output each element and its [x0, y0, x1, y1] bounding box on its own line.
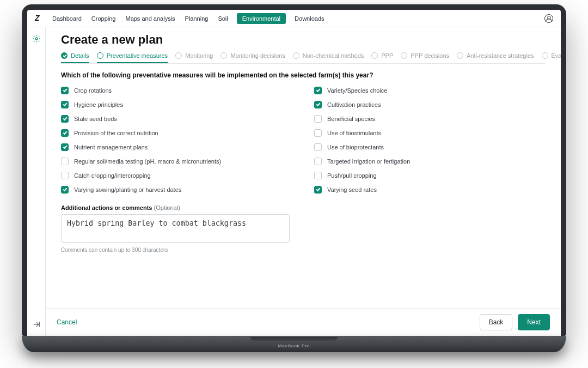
measure-label: Use of bioprotectants [327, 144, 384, 150]
app-screen: Z DashboardCroppingMaps and analysisPlan… [27, 10, 561, 336]
step-indicator-icon [220, 52, 227, 59]
app-logo-icon: Z [35, 14, 44, 23]
checkbox-icon [61, 186, 69, 194]
step-monitoring[interactable]: Monitoring [175, 52, 213, 63]
measure-label: Catch cropping/intercropping [74, 172, 151, 179]
step-label: PPP [381, 52, 393, 59]
checkbox-icon [61, 101, 69, 108]
step-label: Non-chemical methods [303, 52, 364, 59]
measure-targeted-irrigation-or-fertigation[interactable]: Targeted irrigation or fertigation [314, 158, 546, 165]
measure-variety-species-choice[interactable]: Variety/Species choice [314, 87, 546, 94]
measure-crop-rotations[interactable]: Crop rotations [61, 87, 292, 94]
measure-label: Regular soil/media testing (pH, macro & … [74, 158, 221, 165]
checkbox-icon [314, 101, 322, 108]
nav-item-cropping[interactable]: Cropping [90, 13, 117, 24]
laptop-base: MacBook Pro [22, 336, 566, 352]
back-button[interactable]: Back [480, 314, 513, 330]
measure-nutrient-management-plans[interactable]: Nutrient management plans [61, 143, 292, 151]
step-indicator-icon [293, 52, 299, 59]
step-indicator-icon [175, 52, 182, 59]
step-monitoring-decisions[interactable]: Monitoring decisions [220, 52, 285, 63]
laptop-mockup: Z DashboardCroppingMaps and analysisPlan… [22, 4, 566, 352]
measures-grid: Crop rotationsHygiene principlesStale se… [61, 87, 546, 194]
measure-label: Use of biostimulants [327, 130, 381, 136]
step-label: Details [71, 52, 89, 59]
measure-push-pull-cropping[interactable]: Push/pull cropping [314, 172, 546, 179]
collapse-rail-icon[interactable] [29, 317, 44, 331]
side-rail [27, 27, 46, 336]
step-label: Anti-resistance strategies [467, 52, 534, 59]
measure-label: Provision of the correct nutrition [74, 130, 158, 136]
checkbox-icon [61, 143, 69, 151]
checkbox-icon [314, 186, 322, 194]
measure-beneficial-species[interactable]: Beneficial species [314, 115, 546, 123]
checkbox-icon [314, 87, 322, 94]
step-label: Monitoring [185, 52, 213, 59]
nav-item-maps-and-analysis[interactable]: Maps and analysis [124, 13, 176, 24]
measure-label: Beneficial species [327, 116, 375, 122]
comments-input[interactable]: Hybrid spring Barley to combat blackgras… [61, 214, 290, 243]
comments-label: Additional actions or comments (Optional… [61, 204, 546, 211]
measure-regular-soil-media-testing-ph-macro-micronutrients-[interactable]: Regular soil/media testing (pH, macro & … [61, 158, 292, 165]
checkbox-icon [314, 172, 322, 179]
svg-point-0 [35, 38, 38, 40]
measure-label: Crop rotations [74, 87, 112, 94]
step-label: Evaluation [552, 52, 561, 59]
measure-varying-seed-rates[interactable]: Varying seed rates [314, 186, 546, 194]
measure-stale-seed-beds[interactable]: Stale seed beds [61, 115, 292, 123]
measure-label: Stale seed beds [74, 116, 117, 122]
comments-hint: Comments can contain up to 300 character… [61, 247, 546, 253]
next-button[interactable]: Next [518, 314, 550, 330]
measure-provision-of-the-correct-nutrition[interactable]: Provision of the correct nutrition [61, 129, 292, 137]
step-indicator-icon [371, 52, 378, 59]
step-indicator-icon [401, 52, 407, 59]
step-indicator-icon [61, 52, 68, 59]
step-non-chemical-methods[interactable]: Non-chemical methods [293, 52, 364, 63]
nav-item-downloads[interactable]: Downloads [293, 13, 325, 24]
step-evaluation[interactable]: Evaluation [542, 52, 561, 63]
measure-label: Varying sowing/planting or harvest dates [74, 186, 181, 193]
nav-item-soil[interactable]: Soil [217, 13, 229, 24]
form-question: Which of the following preventative meas… [61, 71, 546, 79]
checkbox-icon [61, 158, 69, 165]
step-indicator-icon [542, 52, 548, 59]
measure-label: Push/pull cropping [327, 172, 377, 179]
plan-wizard-icon[interactable] [29, 32, 44, 46]
wizard-footer: Cancel Back Next [46, 308, 561, 336]
checkbox-icon [314, 115, 322, 123]
step-label: PPP decisions [411, 52, 449, 59]
checkbox-icon [61, 172, 69, 179]
step-label: Preventative measures [107, 52, 168, 59]
measure-cultivation-practices[interactable]: Cultivation practices [314, 101, 546, 108]
checkbox-icon [61, 129, 69, 137]
step-details[interactable]: Details [61, 52, 89, 63]
measure-label: Variety/Species choice [327, 87, 387, 94]
step-tabs: DetailsPreventative measuresMonitoringMo… [61, 52, 546, 64]
measure-hygiene-principles[interactable]: Hygiene principles [61, 101, 292, 108]
measure-varying-sowing-planting-or-harvest-dates[interactable]: Varying sowing/planting or harvest dates [61, 186, 292, 194]
checkbox-icon [314, 158, 322, 165]
top-nav: Z DashboardCroppingMaps and analysisPlan… [27, 10, 561, 27]
measure-label: Targeted irrigation or fertigation [327, 158, 410, 165]
checkbox-icon [314, 129, 322, 137]
measure-catch-cropping-intercropping[interactable]: Catch cropping/intercropping [61, 172, 292, 179]
page-title: Create a new plan [61, 33, 546, 47]
nav-item-environmental[interactable]: Environmental [237, 13, 286, 24]
measure-label: Cultivation practices [327, 101, 381, 108]
nav-item-planning[interactable]: Planning [184, 13, 210, 24]
step-ppp[interactable]: PPP [371, 52, 393, 63]
step-ppp-decisions[interactable]: PPP decisions [401, 52, 449, 63]
measure-use-of-bioprotectants[interactable]: Use of bioprotectants [314, 143, 546, 151]
step-indicator-icon [457, 52, 463, 59]
step-preventative-measures[interactable]: Preventative measures [97, 52, 168, 63]
measure-label: Nutrient management plans [74, 144, 148, 150]
checkbox-icon [61, 87, 69, 94]
screen-bezel: Z DashboardCroppingMaps and analysisPlan… [22, 4, 566, 336]
user-account-icon[interactable] [544, 14, 553, 23]
nav-item-dashboard[interactable]: Dashboard [51, 13, 83, 24]
cancel-button[interactable]: Cancel [57, 318, 77, 326]
step-anti-resistance-strategies[interactable]: Anti-resistance strategies [457, 52, 534, 63]
measure-label: Varying seed rates [327, 186, 377, 193]
laptop-brand-label: MacBook Pro [278, 343, 310, 348]
measure-use-of-biostimulants[interactable]: Use of biostimulants [314, 129, 546, 137]
